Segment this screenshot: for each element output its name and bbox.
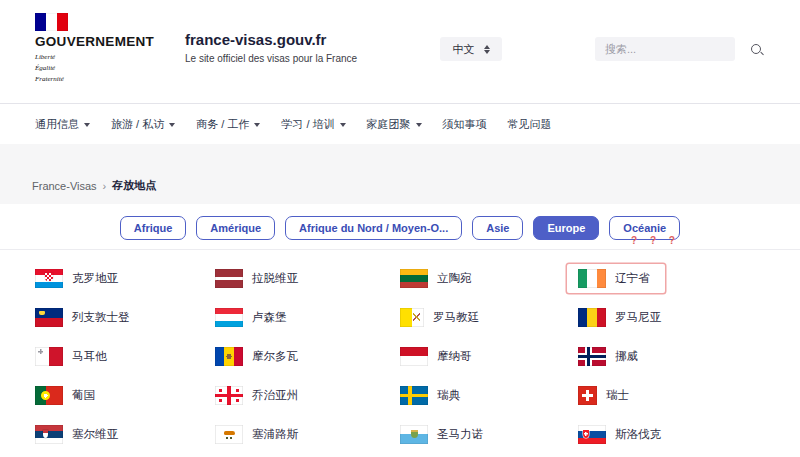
continent-tabs: AfriqueAmériqueAfrique du Nord / Moyen-O…	[0, 216, 800, 240]
country-item-latvia[interactable]: 拉脱维亚	[215, 259, 400, 298]
tab-am-rique[interactable]: Amérique	[196, 216, 275, 240]
motto-line: Fraternité	[35, 74, 154, 85]
chevron-down-icon	[254, 123, 260, 127]
country-label: 摩尔多瓦	[252, 349, 298, 364]
chevron-down-icon	[84, 123, 90, 127]
tab-afrique[interactable]: Afrique	[120, 216, 187, 240]
nav-item-label: 须知事项	[443, 117, 487, 132]
country-label: 葡国	[72, 388, 95, 403]
liechtenstein-flag-icon	[35, 308, 63, 327]
main-nav: 通用信息旅游 / 私访商务 / 工作学习 / 培训家庭团聚须知事项常见问题	[0, 104, 800, 144]
country-item-slovakia[interactable]: 斯洛伐克	[578, 415, 748, 454]
site-header: GOUVERNEMENT Liberté Égalité Fraternité …	[0, 0, 800, 104]
nav-item-label: 通用信息	[35, 117, 79, 132]
logo-motto: Liberté Égalité Fraternité	[35, 52, 154, 85]
nav-item-4[interactable]: 家庭团聚	[367, 117, 422, 132]
ireland-flag-icon	[578, 269, 606, 288]
breadcrumb-home-link[interactable]: France-Visas	[32, 180, 97, 192]
cyprus-flag-icon	[215, 425, 243, 444]
nav-item-1[interactable]: 旅游 / 私访	[111, 117, 175, 132]
nav-item-2[interactable]: 商务 / 工作	[196, 117, 260, 132]
sort-arrows-icon	[484, 45, 490, 54]
country-item-switzerland[interactable]: 瑞士	[578, 376, 748, 415]
country-item-portugal[interactable]: 葡国	[35, 376, 215, 415]
country-item-malta[interactable]: 马耳他	[35, 337, 215, 376]
monaco-flag-icon	[400, 347, 428, 366]
country-item-liechtenstein[interactable]: 列支敦士登	[35, 298, 215, 337]
country-item-croatia[interactable]: 克罗地亚	[35, 259, 215, 298]
switzerland-flag-icon	[578, 386, 597, 405]
tab-asie[interactable]: Asie	[472, 216, 523, 240]
country-label: 塞浦路斯	[252, 427, 298, 442]
country-label: 卢森堡	[252, 310, 287, 325]
georgia-flag-icon	[215, 386, 243, 405]
country-item-romania[interactable]: 罗马尼亚	[578, 298, 748, 337]
country-label: 瑞士	[606, 388, 629, 403]
nav-item-label: 常见问题	[508, 117, 552, 132]
nav-item-5[interactable]: 须知事项	[443, 117, 487, 132]
nav-item-6[interactable]: 常见问题	[508, 117, 552, 132]
motto-line: Liberté	[35, 52, 154, 63]
country-label: 罗马尼亚	[615, 310, 661, 325]
language-label: 中文	[453, 42, 475, 57]
nav-item-label: 学习 / 培训	[281, 117, 334, 132]
country-item-sweden[interactable]: 瑞典	[400, 376, 578, 415]
chevron-down-icon	[416, 123, 422, 127]
french-flag-icon	[35, 13, 68, 31]
country-item-serbia[interactable]: 塞尔维亚	[35, 415, 215, 454]
nav-item-3[interactable]: 学习 / 培训	[281, 117, 345, 132]
country-item-ireland[interactable]: 辽宁省	[567, 264, 665, 293]
breadcrumb-separator: ›	[103, 180, 107, 192]
san-marino-flag-icon	[400, 425, 428, 444]
country-label: 瑞典	[437, 388, 460, 403]
norway-flag-icon	[578, 347, 606, 366]
country-label: 斯洛伐克	[615, 427, 661, 442]
search-input[interactable]	[595, 43, 751, 55]
country-item-moldova[interactable]: 摩尔多瓦	[215, 337, 400, 376]
serbia-flag-icon	[35, 425, 63, 444]
sweden-flag-icon	[400, 386, 428, 405]
country-label: 摩纳哥	[437, 349, 472, 364]
country-item-lithuania[interactable]: 立陶宛	[400, 259, 578, 298]
language-select[interactable]: 中文	[440, 37, 502, 61]
country-label: 辽宁省	[615, 271, 650, 286]
france-visas-page: GOUVERNEMENT Liberté Égalité Fraternité …	[0, 0, 800, 457]
malta-flag-icon	[35, 347, 63, 366]
portugal-flag-icon	[35, 386, 63, 405]
site-title[interactable]: france-visas.gouv.fr	[185, 31, 357, 48]
latvia-flag-icon	[215, 269, 243, 288]
country-item-norway[interactable]: 挪威	[578, 337, 748, 376]
tab-afrique-du-nord-moyen-o[interactable]: Afrique du Nord / Moyen-O...	[285, 216, 462, 240]
country-item-luxembourg[interactable]: 卢森堡	[215, 298, 400, 337]
breadcrumb: France-Visas › 存放地点	[32, 178, 156, 193]
country-label: 罗马教廷	[433, 310, 479, 325]
chevron-down-icon	[340, 123, 346, 127]
nav-item-label: 旅游 / 私访	[111, 117, 164, 132]
croatia-flag-icon	[35, 269, 63, 288]
breadcrumb-current: 存放地点	[112, 178, 156, 193]
romania-flag-icon	[578, 308, 606, 327]
search-box	[595, 37, 735, 61]
country-item-monaco[interactable]: 摩纳哥	[400, 337, 578, 376]
country-label: 圣马力诺	[437, 427, 483, 442]
moldova-flag-icon	[215, 347, 243, 366]
country-item-cyprus[interactable]: 塞浦路斯	[215, 415, 400, 454]
luxembourg-flag-icon	[215, 308, 243, 327]
gouvernement-logo[interactable]: GOUVERNEMENT Liberté Égalité Fraternité	[35, 13, 154, 85]
country-item-georgia[interactable]: 乔治亚州	[215, 376, 400, 415]
logo-brand-text: GOUVERNEMENT	[35, 34, 154, 49]
site-title-block: france-visas.gouv.fr Le site officiel de…	[185, 31, 357, 64]
country-label: 挪威	[615, 349, 638, 364]
tab-europe[interactable]: Europe	[533, 216, 599, 240]
nav-item-label: 家庭团聚	[367, 117, 411, 132]
country-item-san-marino[interactable]: 圣马力诺	[400, 415, 578, 454]
search-icon[interactable]	[751, 44, 761, 54]
nav-item-0[interactable]: 通用信息	[35, 117, 90, 132]
lithuania-flag-icon	[400, 269, 428, 288]
country-grid: 克罗地亚拉脱维亚立陶宛辽宁省列支敦士登卢森堡罗马教廷罗马尼亚马耳他摩尔多瓦摩纳哥…	[35, 259, 748, 454]
nav-item-label: 商务 / 工作	[196, 117, 249, 132]
annotation-question-marks: ? ? ?	[631, 235, 680, 246]
country-item-holy-see[interactable]: 罗马教廷	[400, 298, 578, 337]
motto-line: Égalité	[35, 63, 154, 74]
breadcrumb-band: France-Visas › 存放地点	[0, 144, 800, 204]
